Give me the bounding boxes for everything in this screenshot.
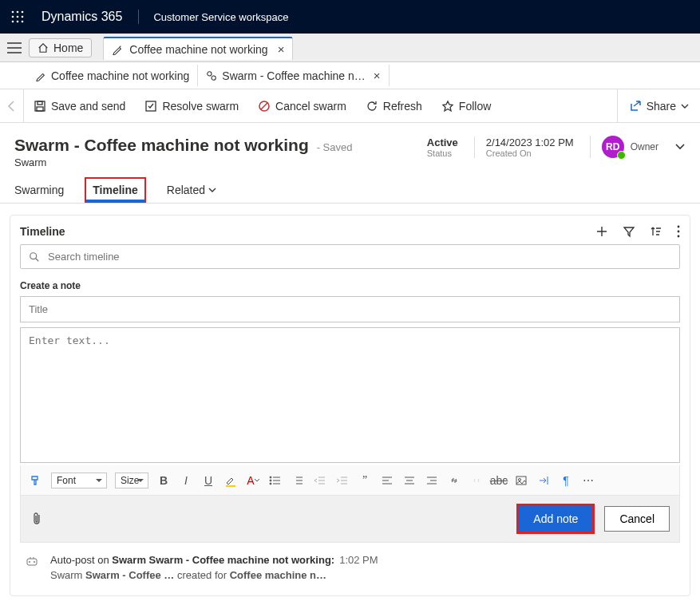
font-select[interactable]: Font [51,473,107,488]
created-label: Created On [486,148,574,158]
main-tab-label: Coffee machine not working [129,43,267,56]
svg-point-21 [270,477,271,478]
svg-point-10 [212,76,216,80]
cmd-label: Cancel swarm [275,100,346,113]
save-and-send-button[interactable]: Save and send [24,89,135,123]
underline-icon[interactable]: U [201,473,216,488]
sub-tab-swarm[interactable]: Swarm - Coffee machine n… × [197,65,389,86]
home-button[interactable]: Home [29,38,92,57]
sub-tab-label: Coffee machine not working [51,69,189,82]
hamburger-icon[interactable] [0,42,29,53]
top-bar: Dynamics 365 Customer Service workspace [0,0,700,34]
add-note-button[interactable]: Add note [519,506,592,532]
cancel-swarm-button[interactable]: Cancel swarm [248,89,356,123]
search-input[interactable] [46,250,671,263]
align-left-icon[interactable] [380,473,394,488]
font-color-icon[interactable]: A [246,473,260,488]
cancel-note-button[interactable]: Cancel [604,506,670,532]
image-icon[interactable] [514,473,528,488]
home-label: Home [53,42,83,54]
chevron-down-icon [681,102,689,110]
owner-block[interactable]: RD Owner [590,136,658,158]
search-icon [29,251,40,263]
attachment-icon[interactable] [30,512,43,526]
status-block: Active Status [427,136,458,158]
svg-rect-20 [226,485,235,487]
command-bar: Save and send Resolve swarm Cancel swarm… [0,89,700,123]
bold-icon[interactable]: B [156,473,171,488]
strikethrough-icon[interactable]: abc [492,473,506,488]
add-note-highlight: Add note [516,504,595,534]
size-select[interactable]: Size [115,473,148,488]
workspace-name[interactable]: Customer Service workspace [142,11,288,23]
bulleted-list-icon[interactable] [268,473,283,488]
note-body-input[interactable] [20,327,680,463]
more-toolbar-icon[interactable]: ⋯ [581,473,595,488]
app-launcher-icon[interactable] [8,7,27,26]
rich-text-toolbar: Font Size B I U A ” abc ¶ ⋯ [20,465,680,496]
sub-tab-case[interactable]: Coffee machine not working [27,65,197,86]
svg-rect-13 [37,107,43,111]
highlight-color-icon[interactable] [223,473,238,488]
resolve-swarm-button[interactable]: Resolve swarm [135,89,248,123]
refresh-button[interactable]: Refresh [356,89,432,123]
share-button[interactable]: Share [617,89,700,123]
quote-icon[interactable]: ” [358,473,372,488]
svg-point-28 [34,561,35,563]
svg-point-0 [12,11,14,14]
page-title: Swarm - Coffee machine not working [14,136,309,154]
align-center-icon[interactable] [402,473,417,488]
italic-icon[interactable]: I [179,473,193,488]
created-on-block: 2/14/2023 1:02 PM Created On [474,136,574,158]
tab-swarming[interactable]: Swarming [14,177,64,203]
cmd-label: Save and send [51,100,125,113]
main-tab-row: Home Coffee machine not working × [0,34,700,62]
autopost-line2: Swarm Swarm - Coffee … created for Coffe… [50,569,675,581]
timeline-card: Timeline Create a note Font Size B I U A… [10,215,690,596]
svg-point-16 [678,226,680,228]
cmd-label: Share [647,100,676,113]
unlink-icon[interactable] [469,473,484,488]
close-icon[interactable]: × [278,42,285,56]
status-value: Active [427,136,458,148]
outdent-icon[interactable] [313,473,327,488]
paragraph-mark-icon[interactable]: ¶ [559,473,573,488]
timeline-autopost-item[interactable]: Auto-post on Swarm Swarm - Coffee machin… [20,543,680,586]
svg-point-25 [519,478,521,481]
tab-related[interactable]: Related [167,177,216,203]
indent-icon[interactable] [335,473,350,488]
divider [138,10,139,24]
saved-indicator: - Saved [317,141,353,153]
tab-timeline[interactable]: Timeline [85,177,146,203]
main-tab[interactable]: Coffee machine not working × [103,37,293,60]
product-name[interactable]: Dynamics 365 [42,10,135,24]
entity-label: Swarm [14,156,352,168]
sub-tab-row: Coffee machine not working Swarm - Coffe… [0,62,700,89]
owner-label: Owner [631,141,658,152]
chevron-down-icon[interactable] [674,141,686,152]
align-right-icon[interactable] [425,473,439,488]
sort-icon[interactable] [650,225,662,238]
svg-point-23 [270,483,271,484]
close-icon[interactable]: × [374,69,381,82]
svg-point-22 [270,480,271,481]
svg-point-6 [12,21,14,23]
ltr-icon[interactable] [536,473,551,488]
format-painter-icon[interactable] [29,473,43,488]
svg-point-8 [22,21,24,23]
search-timeline[interactable] [20,244,680,269]
create-note-label: Create a note [20,280,680,291]
add-icon[interactable] [595,225,608,238]
avatar: RD [602,136,624,158]
follow-button[interactable]: Follow [432,89,500,123]
record-tabs: Swarming Timeline Related [0,172,700,204]
autopost-icon [25,556,39,570]
link-icon[interactable] [447,473,461,488]
cmd-label: Follow [459,100,491,113]
svg-point-4 [17,16,19,18]
numbered-list-icon[interactable] [291,473,305,488]
more-icon[interactable] [677,225,680,238]
filter-icon[interactable] [623,225,635,238]
note-title-input[interactable] [20,296,680,322]
svg-point-7 [17,21,19,23]
